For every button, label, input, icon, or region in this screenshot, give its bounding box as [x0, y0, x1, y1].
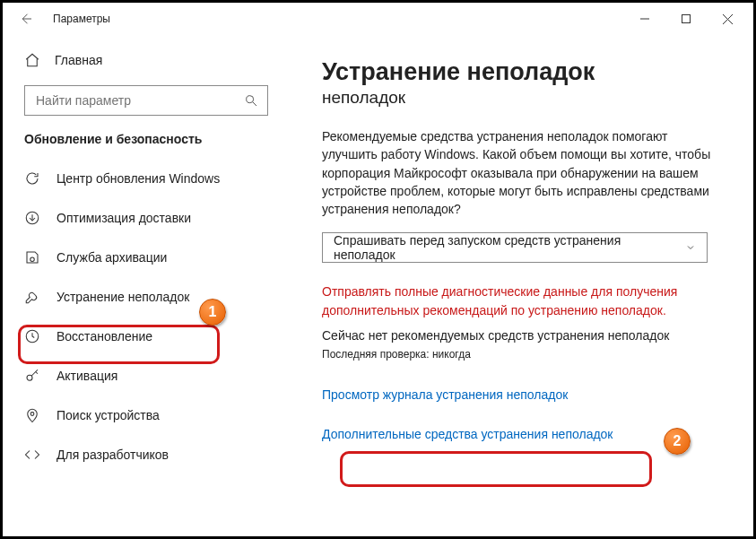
nav-label: Оптимизация доставки	[56, 211, 191, 225]
link-troubleshoot-history[interactable]: Просмотр журнала устранения неполадок	[322, 387, 568, 402]
sidebar-item-backup[interactable]: Служба архивации	[3, 238, 290, 277]
chevron-down-icon	[685, 242, 696, 253]
search-icon	[244, 93, 258, 108]
nav-label: Восстановление	[56, 329, 152, 343]
main-content: Устранение неполадок неполадок Рекоменду…	[290, 35, 753, 536]
download-icon	[24, 210, 40, 226]
sidebar-item-home[interactable]: Главная	[3, 42, 290, 78]
search-input[interactable]	[24, 85, 268, 116]
window-controls	[624, 5, 748, 32]
svg-point-10	[27, 375, 32, 380]
diagnostic-warning[interactable]: Отправлять полные диагностические данные…	[322, 283, 717, 319]
no-recommended-text: Сейчас нет рекомендуемых средств устране…	[322, 328, 721, 343]
svg-point-5	[247, 96, 254, 103]
refresh-icon	[24, 170, 40, 187]
maximize-button[interactable]	[665, 5, 707, 32]
link-additional-troubleshooters[interactable]: Дополнительные средства устранения непол…	[322, 427, 613, 441]
sidebar-item-troubleshoot[interactable]: Устранение неполадок	[3, 277, 290, 317]
svg-point-8	[30, 257, 35, 262]
nav-label: Активация	[56, 369, 117, 383]
sidebar-item-recovery[interactable]: Восстановление	[3, 317, 290, 356]
home-icon	[24, 52, 40, 68]
location-icon	[24, 407, 40, 423]
troubleshoot-frequency-dropdown[interactable]: Спрашивать перед запуском средств устран…	[322, 232, 708, 263]
dropdown-label: Спрашивать перед запуском средств устран…	[334, 233, 685, 262]
back-button[interactable]	[13, 6, 39, 31]
svg-rect-2	[682, 15, 691, 23]
sidebar-item-delivery-optimization[interactable]: Оптимизация доставки	[3, 198, 290, 238]
title-bar: Параметры	[3, 3, 753, 35]
search-field[interactable]	[34, 92, 244, 109]
svg-line-6	[253, 102, 256, 106]
nav-label: Устранение неполадок	[56, 290, 189, 304]
recovery-icon	[24, 328, 40, 344]
code-icon	[24, 447, 40, 463]
nav-label: Поиск устройства	[56, 408, 160, 422]
page-description: Рекомендуемые средства устранения непола…	[322, 127, 721, 218]
minimize-button[interactable]	[624, 5, 665, 32]
sidebar-item-windows-update[interactable]: Центр обновления Windows	[3, 159, 290, 198]
home-label: Главная	[55, 53, 102, 67]
key-icon	[24, 368, 40, 384]
sidebar: Главная Обновление и безопасность Центр …	[3, 35, 290, 536]
wrench-icon	[24, 289, 40, 305]
close-button[interactable]	[707, 5, 748, 32]
page-title: Устранение неполадок	[322, 58, 721, 86]
sidebar-item-developers[interactable]: Для разработчиков	[3, 435, 290, 474]
sidebar-section-label: Обновление и безопасность	[3, 132, 290, 159]
nav-label: Центр обновления Windows	[56, 171, 220, 186]
page-subtitle: неполадок	[322, 88, 721, 108]
nav-label: Служба архивации	[56, 250, 167, 265]
backup-icon	[24, 249, 40, 265]
svg-point-11	[30, 413, 34, 416]
window-title: Параметры	[53, 13, 110, 25]
sidebar-item-activation[interactable]: Активация	[3, 356, 290, 396]
last-check-text: Последняя проверка: никогда	[322, 348, 721, 361]
sidebar-item-find-device[interactable]: Поиск устройства	[3, 396, 290, 435]
nav-label: Для разработчиков	[56, 448, 169, 462]
